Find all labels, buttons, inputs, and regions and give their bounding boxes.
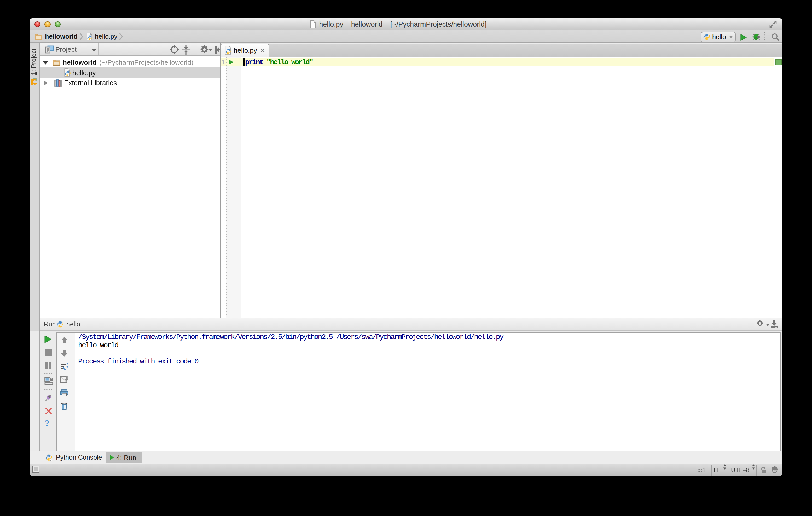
svg-text:T: T bbox=[763, 469, 765, 473]
